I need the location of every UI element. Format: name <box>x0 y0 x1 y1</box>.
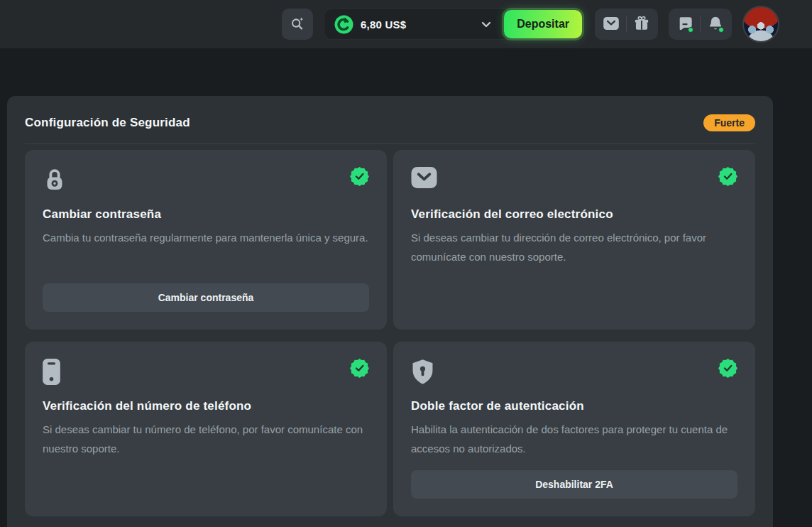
coin-icon <box>334 15 353 34</box>
mail-icon <box>411 167 437 191</box>
verified-check-icon <box>350 167 369 186</box>
card-title: Verificación del correo electrónico <box>411 207 737 222</box>
divider <box>25 143 755 144</box>
search-button[interactable] <box>282 9 313 40</box>
search-icon <box>290 16 305 33</box>
card-description: Si deseas cambiar tu número de teléfono,… <box>43 420 369 458</box>
card-two-factor-auth: Doble factor de autenticación Habilita l… <box>393 342 755 516</box>
mail-button[interactable] <box>596 9 626 40</box>
verified-check-icon <box>350 359 369 378</box>
card-email-verification: Verificación del correo electrónico Si d… <box>393 150 755 330</box>
mail-gift-group <box>595 9 658 40</box>
chat-status-dot <box>688 27 693 33</box>
chat-notifications-group <box>669 9 732 40</box>
chat-button[interactable] <box>670 9 700 40</box>
lock-icon <box>43 167 67 195</box>
chevron-down-icon <box>481 18 491 31</box>
mail-icon <box>603 17 619 32</box>
card-title: Verificación del número de teléfono <box>43 399 369 413</box>
card-phone-verification: Verificación del número de teléfono Si d… <box>25 342 387 516</box>
gift-icon <box>634 16 649 33</box>
wallet-balance: 6,80 US$ <box>361 18 474 31</box>
top-bar: 6,80 US$ Depositar <box>0 0 812 48</box>
card-change-password: Cambiar contraseña Cambia tu contraseña … <box>25 150 387 330</box>
change-password-button[interactable]: Cambiar contraseña <box>43 283 369 312</box>
card-title: Cambiar contraseña <box>43 207 369 222</box>
panel-header: Configuración de Seguridad Fuerte <box>25 114 755 131</box>
card-title: Doble factor de autenticación <box>411 399 737 413</box>
page-title: Configuración de Seguridad <box>25 116 190 130</box>
page: 6,80 US$ Depositar <box>0 0 812 527</box>
user-avatar[interactable] <box>742 6 779 43</box>
bell-status-dot <box>718 27 724 33</box>
wallet-selector[interactable]: 6,80 US$ Depositar <box>324 9 584 40</box>
card-description: Habilita la autenticación de dos factore… <box>411 420 737 458</box>
verified-check-icon <box>718 167 737 186</box>
password-strength-badge: Fuerte <box>703 114 755 131</box>
phone-icon <box>43 359 60 388</box>
gift-button[interactable] <box>627 9 657 40</box>
card-description: Si deseas cambiar tu dirección de correo… <box>411 228 737 266</box>
security-cards-grid: Cambiar contraseña Cambia tu contraseña … <box>25 150 755 516</box>
shield-icon <box>411 359 434 388</box>
security-settings-panel: Configuración de Seguridad Fuerte <box>7 96 773 527</box>
verified-check-icon <box>718 359 737 378</box>
card-description: Cambia tu contraseña regularmente para m… <box>43 228 369 247</box>
disable-2fa-button[interactable]: Deshabilitar 2FA <box>411 470 737 499</box>
deposit-button[interactable]: Depositar <box>504 10 582 38</box>
notifications-button[interactable] <box>701 9 730 40</box>
